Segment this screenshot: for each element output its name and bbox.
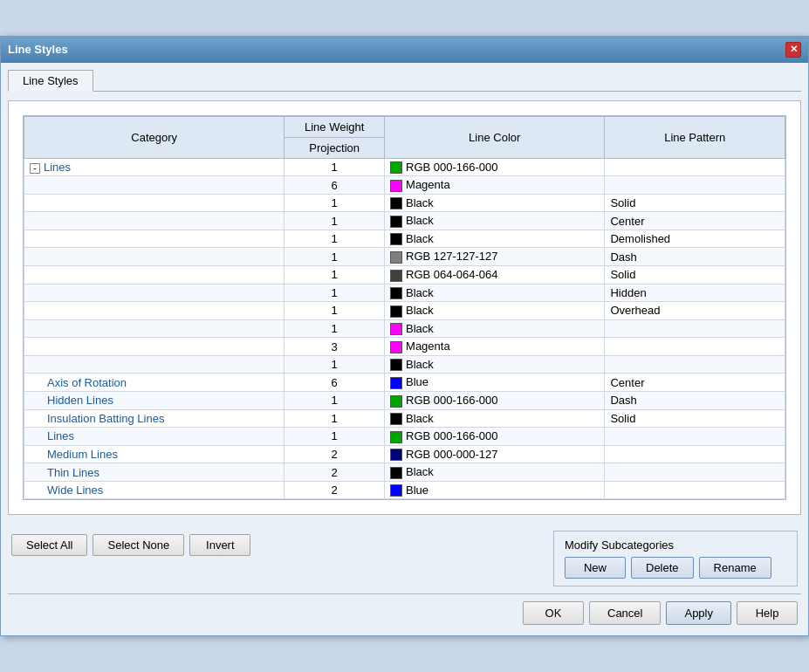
color-label: Black xyxy=(406,465,434,478)
table-row[interactable]: Axis of Rotation6BlueCenter xyxy=(24,374,785,392)
color-cell: Magenta xyxy=(385,338,605,356)
color-cell: RGB 000-000-127 xyxy=(385,445,605,463)
category-cell: -Lines xyxy=(24,158,285,176)
window-body: Line Styles Category Line Weight Line Co… xyxy=(1,63,808,636)
weight-cell: 1 xyxy=(285,319,385,338)
color-swatch xyxy=(390,341,402,353)
invert-button[interactable]: Invert xyxy=(189,534,250,556)
title-bar: Line Styles ✕ xyxy=(1,37,808,63)
color-swatch xyxy=(390,161,402,174)
table-row[interactable]: Thin Lines2Black xyxy=(24,463,785,482)
category-cell xyxy=(24,266,285,285)
delete-button[interactable]: Delete xyxy=(631,557,694,579)
cancel-button[interactable]: Cancel xyxy=(589,601,661,625)
category-name-label: Insulation Batting Lines xyxy=(47,412,164,425)
category-root-label: Lines xyxy=(44,161,71,174)
table-row[interactable]: Medium Lines2RGB 000-000-127 xyxy=(24,445,785,463)
help-button[interactable]: Help xyxy=(737,601,798,625)
category-name-label: Axis of Rotation xyxy=(47,376,127,389)
tab-line-styles[interactable]: Line Styles xyxy=(8,70,93,92)
table-body: -Lines1RGB 000-166-0006Magenta1BlackSoli… xyxy=(24,158,785,499)
pattern-cell xyxy=(605,481,785,499)
weight-cell: 1 xyxy=(285,284,385,302)
table-row[interactable]: 1BlackOverhead xyxy=(24,302,785,320)
weight-cell: 1 xyxy=(285,212,385,230)
table-container[interactable]: Category Line Weight Line Color Line Pat… xyxy=(23,115,786,501)
pattern-cell xyxy=(605,355,785,374)
table-row[interactable]: Hidden Lines1RGB 000-166-000Dash xyxy=(24,391,785,409)
table-row[interactable]: -Lines1RGB 000-166-000 xyxy=(24,158,785,176)
weight-cell: 6 xyxy=(285,374,385,392)
pattern-cell: Solid xyxy=(605,409,785,428)
category-name-label: Medium Lines xyxy=(47,448,118,461)
weight-cell: 1 xyxy=(285,266,385,285)
pattern-cell: Center xyxy=(605,374,785,392)
category-cell: Axis of Rotation xyxy=(24,374,285,392)
table-row[interactable]: 1BlackHidden xyxy=(24,284,785,302)
selection-buttons: Select All Select None Invert xyxy=(11,534,250,556)
color-label: RGB 127-127-127 xyxy=(406,250,498,263)
table-row[interactable]: 1BlackDemolished xyxy=(24,230,785,248)
color-cell: Black xyxy=(385,409,605,428)
color-swatch xyxy=(390,180,402,192)
color-label: Black xyxy=(406,412,434,425)
color-cell: Black xyxy=(385,284,605,302)
color-label: RGB 000-166-000 xyxy=(406,429,498,442)
table-row[interactable]: Wide Lines2Blue xyxy=(24,481,785,499)
pattern-cell: Overhead xyxy=(605,302,785,320)
select-all-button[interactable]: Select All xyxy=(11,534,87,556)
color-cell: Black xyxy=(385,230,605,248)
category-name-label: Hidden Lines xyxy=(47,394,113,407)
weight-cell: 1 xyxy=(285,194,385,212)
color-swatch xyxy=(390,323,402,335)
pattern-cell xyxy=(605,463,785,482)
category-name-label: Thin Lines xyxy=(47,466,99,479)
category-cell: Thin Lines xyxy=(24,463,285,482)
pattern-cell xyxy=(605,338,785,356)
category-cell: Hidden Lines xyxy=(24,391,285,409)
table-row[interactable]: 1RGB 127-127-127Dash xyxy=(24,248,785,266)
ok-button[interactable]: OK xyxy=(523,601,584,625)
table-row[interactable]: 1RGB 064-064-064Solid xyxy=(24,266,785,285)
color-label: Blue xyxy=(406,483,428,497)
table-row[interactable]: 1BlackCenter xyxy=(24,212,785,230)
table-row[interactable]: 1BlackSolid xyxy=(24,194,785,212)
category-cell: Lines xyxy=(24,428,285,446)
category-header: Category xyxy=(24,116,285,158)
tab-bar: Line Styles xyxy=(8,70,801,92)
apply-button[interactable]: Apply xyxy=(666,601,731,625)
table-row[interactable]: 3Magenta xyxy=(24,338,785,356)
pattern-cell: Dash xyxy=(605,391,785,409)
color-label: Black xyxy=(406,322,434,335)
color-swatch xyxy=(390,287,402,299)
category-cell xyxy=(24,319,285,338)
color-cell: Blue xyxy=(385,481,605,499)
color-cell: Black xyxy=(385,194,605,212)
table-row[interactable]: Lines1RGB 000-166-000 xyxy=(24,428,785,446)
weight-cell: 1 xyxy=(285,409,385,428)
rename-button[interactable]: Rename xyxy=(699,557,771,579)
close-button[interactable]: ✕ xyxy=(785,42,801,58)
color-swatch xyxy=(390,395,402,408)
weight-cell: 3 xyxy=(285,338,385,356)
table-row[interactable]: 6Magenta xyxy=(24,176,785,195)
color-swatch xyxy=(390,233,402,245)
table-row[interactable]: 1Black xyxy=(24,355,785,374)
new-button[interactable]: New xyxy=(565,557,626,579)
pattern-cell xyxy=(605,158,785,176)
modify-buttons-group: New Delete Rename xyxy=(565,557,786,579)
color-cell: RGB 127-127-127 xyxy=(385,248,605,266)
expand-icon[interactable]: - xyxy=(30,163,40,174)
table-row[interactable]: Insulation Batting Lines1BlackSolid xyxy=(24,409,785,428)
pattern-cell xyxy=(605,176,785,195)
color-cell: Black xyxy=(385,319,605,338)
category-cell: Medium Lines xyxy=(24,445,285,463)
select-none-button[interactable]: Select None xyxy=(93,534,184,556)
weight-cell: 2 xyxy=(285,445,385,463)
category-cell xyxy=(24,355,285,374)
pattern-cell: Solid xyxy=(605,194,785,212)
color-swatch xyxy=(390,449,402,461)
pattern-cell xyxy=(605,319,785,338)
table-row[interactable]: 1Black xyxy=(24,319,785,338)
color-label: RGB 000-166-000 xyxy=(406,161,498,174)
